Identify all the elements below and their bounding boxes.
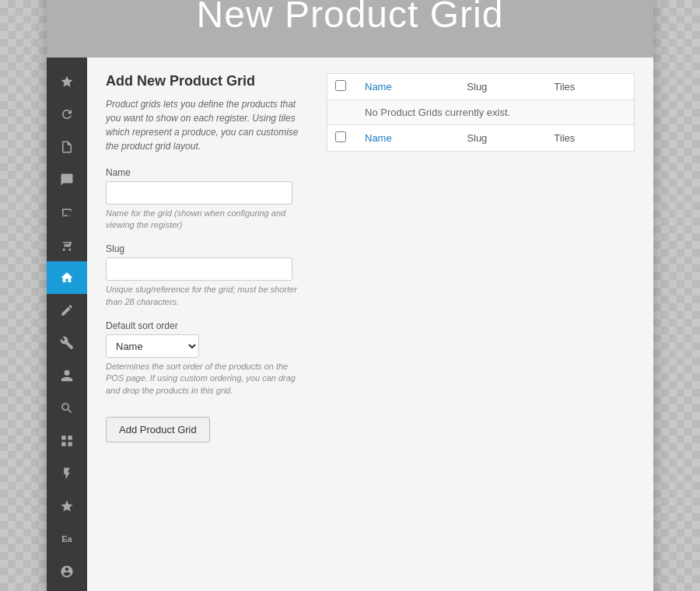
form-description: Product grids lets you define the produc…: [106, 97, 308, 153]
sort-label: Default sort order: [106, 320, 308, 331]
product-grids-table: Name Slug Tiles No Product Grids current…: [327, 73, 635, 152]
ea-label: Ea: [61, 534, 72, 544]
left-panel: Add New Product Grid Product grids lets …: [106, 73, 308, 592]
slug-form-group: Slug Unique slug/reference for the grid;…: [106, 243, 308, 308]
sidebar: Ea: [47, 58, 87, 592]
sidebar-item-spanner[interactable]: [47, 392, 87, 425]
sidebar-item-lightning[interactable]: [47, 457, 87, 490]
main-window: New Product Grid: [47, 0, 653, 591]
sidebar-item-ea[interactable]: Ea: [47, 523, 87, 555]
sidebar-item-play[interactable]: [47, 588, 87, 592]
sidebar-item-pencil[interactable]: [47, 294, 87, 327]
table-empty-row: No Product Grids currently exist.: [327, 100, 635, 124]
header-slug: Slug: [457, 73, 544, 100]
table-header-row: Name Slug Tiles: [327, 73, 635, 100]
main-content: Add New Product Grid Product grids lets …: [87, 58, 653, 592]
sidebar-item-star[interactable]: [47, 65, 87, 98]
name-form-group: Name Name for the grid (shown when confi…: [106, 167, 308, 232]
sidebar-item-refresh[interactable]: [47, 98, 87, 131]
name-label: Name: [106, 167, 308, 178]
window-body: Ea Add New Product Grid Product grids le…: [47, 58, 653, 592]
add-product-grid-button[interactable]: Add Product Grid: [106, 417, 210, 442]
name-hint: Name for the grid (shown when configurin…: [106, 208, 308, 232]
empty-message: No Product Grids currently exist.: [355, 100, 635, 124]
sort-hint: Determines the sort order of the product…: [106, 361, 308, 397]
sort-form-group: Default sort order Name Custom Price SKU…: [106, 320, 308, 397]
header-tiles: Tiles: [544, 73, 634, 100]
window-title: New Product Grid: [62, 0, 638, 36]
sidebar-item-grid[interactable]: [47, 425, 87, 457]
sidebar-item-person[interactable]: [47, 359, 87, 392]
footer-checkbox-th: [327, 124, 356, 151]
sidebar-item-star2[interactable]: [47, 490, 87, 523]
table-footer-row: Name Slug Tiles: [327, 124, 635, 151]
sidebar-item-comment[interactable]: [47, 163, 87, 196]
sort-select[interactable]: Name Custom Price SKU: [106, 334, 199, 358]
footer-slug: Slug: [457, 124, 544, 151]
right-panel: Name Slug Tiles No Product Grids current…: [327, 73, 635, 592]
sidebar-item-tag[interactable]: [47, 196, 87, 229]
sidebar-item-user[interactable]: [47, 555, 87, 588]
sidebar-item-cart[interactable]: [47, 229, 87, 261]
slug-hint: Unique slug/reference for the grid; must…: [106, 284, 308, 308]
page-title: Add New Product Grid: [106, 73, 308, 89]
footer-name[interactable]: Name: [355, 124, 457, 151]
slug-input[interactable]: [106, 257, 292, 281]
header-checkbox-th: [327, 73, 356, 100]
sidebar-item-wrench[interactable]: [47, 327, 87, 359]
header-checkbox[interactable]: [335, 80, 346, 91]
sidebar-item-home[interactable]: [47, 261, 87, 294]
sidebar-item-document[interactable]: [47, 131, 87, 163]
empty-row-checkbox-cell: [327, 100, 356, 124]
slug-label: Slug: [106, 243, 308, 254]
footer-checkbox[interactable]: [335, 131, 346, 142]
header-name[interactable]: Name: [355, 73, 457, 100]
footer-tiles: Tiles: [544, 124, 634, 151]
window-header: New Product Grid: [47, 0, 653, 58]
name-input[interactable]: [106, 181, 292, 205]
